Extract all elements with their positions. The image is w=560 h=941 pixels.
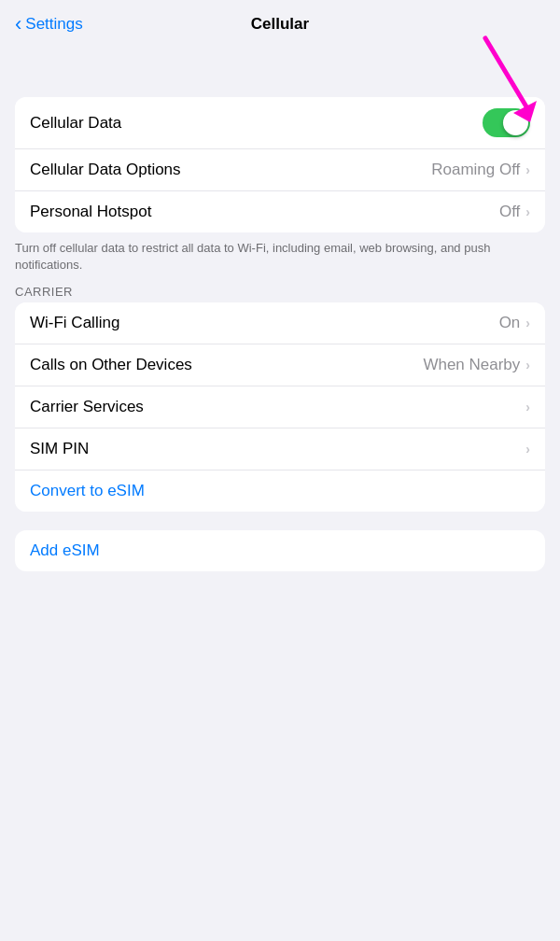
cellular-data-options-row[interactable]: Cellular Data Options Roaming Off › — [15, 149, 545, 191]
sim-pin-row[interactable]: SIM PIN › — [15, 428, 545, 470]
back-chevron-icon: ‹ — [15, 12, 21, 36]
cellular-note: Turn off cellular data to restrict all d… — [15, 240, 545, 274]
sim-pin-right: › — [525, 442, 530, 456]
wifi-calling-right: On › — [499, 314, 530, 332]
carrier-services-label: Carrier Services — [30, 398, 144, 416]
cellular-data-row[interactable]: Cellular Data — [15, 97, 545, 149]
chevron-icon: › — [525, 162, 530, 177]
chevron-icon: › — [525, 442, 530, 456]
chevron-icon: › — [525, 358, 530, 372]
add-esim-group: Add eSIM — [15, 530, 545, 571]
nav-bar: ‹ Settings Cellular — [0, 0, 560, 41]
wifi-calling-label: Wi-Fi Calling — [30, 314, 119, 332]
add-esim-label: Add eSIM — [30, 541, 100, 560]
cellular-data-options-value: Roaming Off — [431, 161, 520, 179]
carrier-services-right: › — [525, 400, 530, 414]
cellular-data-toggle[interactable] — [483, 108, 530, 137]
sim-pin-label: SIM PIN — [30, 440, 89, 458]
chevron-icon: › — [525, 400, 530, 414]
personal-hotspot-value: Off — [499, 203, 520, 221]
calls-other-devices-right: When Nearby › — [423, 356, 530, 374]
cellular-section-group: Cellular Data Cellular Data Options Roam… — [15, 97, 545, 232]
back-button[interactable]: ‹ Settings — [15, 12, 83, 36]
personal-hotspot-row[interactable]: Personal Hotspot Off › — [15, 191, 545, 232]
back-label: Settings — [25, 15, 82, 34]
wifi-calling-value: On — [499, 314, 521, 332]
cellular-data-options-right: Roaming Off › — [431, 161, 530, 179]
page-title: Cellular — [251, 15, 309, 34]
convert-esim-label: Convert to eSIM — [30, 482, 145, 500]
carrier-section-label: CARRIER — [15, 285, 545, 299]
add-esim-row[interactable]: Add eSIM — [15, 530, 545, 571]
carrier-section-group: Wi-Fi Calling On › Calls on Other Device… — [15, 302, 545, 512]
wifi-calling-row[interactable]: Wi-Fi Calling On › — [15, 302, 545, 344]
cellular-data-options-label: Cellular Data Options — [30, 161, 181, 179]
personal-hotspot-right: Off › — [499, 203, 530, 221]
calls-other-devices-label: Calls on Other Devices — [30, 356, 192, 374]
convert-esim-row[interactable]: Convert to eSIM — [15, 470, 545, 512]
toggle-knob — [503, 110, 528, 135]
carrier-services-row[interactable]: Carrier Services › — [15, 386, 545, 428]
cellular-data-label: Cellular Data — [30, 114, 121, 133]
calls-other-devices-value: When Nearby — [423, 356, 520, 374]
personal-hotspot-label: Personal Hotspot — [30, 203, 151, 221]
chevron-icon: › — [525, 204, 530, 219]
calls-other-devices-row[interactable]: Calls on Other Devices When Nearby › — [15, 344, 545, 386]
chevron-icon: › — [525, 316, 530, 330]
